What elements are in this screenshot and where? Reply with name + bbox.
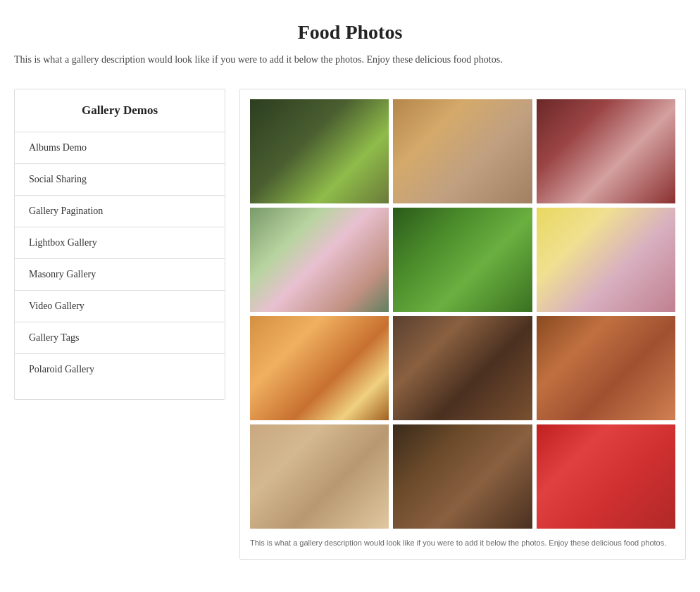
photo-3 — [537, 99, 675, 203]
sidebar-link-gallery-pagination[interactable]: Gallery Pagination — [15, 196, 225, 227]
sidebar-link-video-gallery[interactable]: Video Gallery — [15, 291, 225, 322]
gallery-item[interactable] — [393, 316, 532, 420]
gallery-item[interactable] — [537, 99, 675, 203]
gallery-grid — [250, 99, 675, 529]
gallery-item[interactable] — [250, 99, 389, 203]
gallery-item[interactable] — [537, 208, 675, 312]
sidebar-item-polaroid-gallery[interactable]: Polaroid Gallery — [15, 353, 225, 385]
photo-8 — [393, 316, 532, 420]
gallery-item[interactable] — [250, 424, 389, 529]
sidebar: Gallery Demos Albums Demo Social Sharing… — [14, 89, 225, 400]
sidebar-link-masonry-gallery[interactable]: Masonry Gallery — [15, 259, 225, 290]
gallery-item[interactable] — [537, 424, 675, 529]
sidebar-nav: Albums Demo Social Sharing Gallery Pagin… — [15, 132, 225, 385]
gallery-item[interactable] — [393, 208, 532, 312]
page-title: Food Photos — [0, 0, 700, 52]
photo-2 — [393, 99, 532, 203]
sidebar-link-gallery-tags[interactable]: Gallery Tags — [15, 322, 225, 353]
sidebar-item-gallery-tags[interactable]: Gallery Tags — [15, 322, 225, 353]
sidebar-item-albums-demo[interactable]: Albums Demo — [15, 132, 225, 163]
main-layout: Gallery Demos Albums Demo Social Sharing… — [0, 82, 700, 580]
photo-11 — [393, 424, 532, 529]
page-description: This is what a gallery description would… — [0, 52, 700, 82]
sidebar-item-masonry-gallery[interactable]: Masonry Gallery — [15, 258, 225, 290]
gallery-container: This is what a gallery description would… — [239, 89, 686, 559]
photo-12 — [537, 424, 675, 529]
sidebar-item-gallery-pagination[interactable]: Gallery Pagination — [15, 195, 225, 227]
sidebar-link-albums-demo[interactable]: Albums Demo — [15, 132, 225, 163]
gallery-item[interactable] — [393, 424, 532, 529]
photo-6 — [537, 208, 675, 312]
photo-9 — [537, 316, 675, 420]
photo-4 — [250, 208, 389, 312]
gallery-item[interactable] — [250, 316, 389, 420]
sidebar-link-polaroid-gallery[interactable]: Polaroid Gallery — [15, 354, 225, 385]
gallery-item[interactable] — [537, 316, 675, 420]
sidebar-item-social-sharing[interactable]: Social Sharing — [15, 163, 225, 195]
photo-7 — [250, 316, 389, 420]
photo-10 — [250, 424, 389, 529]
sidebar-link-social-sharing[interactable]: Social Sharing — [15, 164, 225, 195]
photo-5 — [393, 208, 532, 312]
sidebar-item-lightbox-gallery[interactable]: Lightbox Gallery — [15, 227, 225, 258]
sidebar-title: Gallery Demos — [15, 103, 225, 132]
gallery-item[interactable] — [250, 208, 389, 312]
photo-1 — [250, 99, 389, 203]
sidebar-link-lightbox-gallery[interactable]: Lightbox Gallery — [15, 227, 225, 258]
gallery-item[interactable] — [393, 99, 532, 203]
sidebar-item-video-gallery[interactable]: Video Gallery — [15, 290, 225, 322]
gallery-footer-text: This is what a gallery description would… — [250, 537, 675, 549]
